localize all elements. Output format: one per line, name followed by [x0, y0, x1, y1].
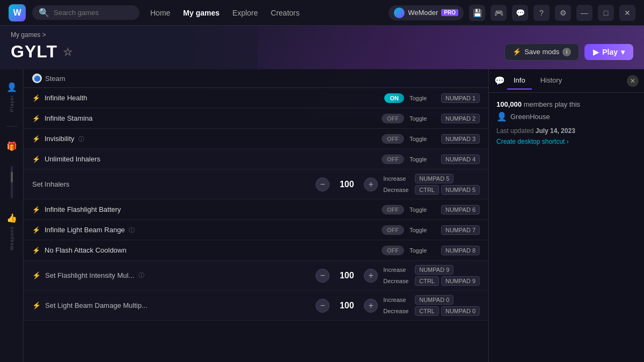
stepper-row-inhalers: Set Inhalers − 100 + Increase NUMPAD 5 D… [24, 169, 488, 200]
tab-info[interactable]: Info [507, 72, 532, 90]
mod-row-invisibility: ⚡ Invisibility ⓘ OFF Toggle NUMPAD 3 [24, 129, 488, 149]
search-input[interactable] [54, 9, 134, 17]
increase-key-lb-damage[interactable]: NUMPAD 0 [415, 295, 453, 305]
panel-tabs: 💬 Info History ✕ [489, 69, 644, 93]
mod-name-flash-cooldown: No Flash Attack Cooldown [45, 246, 382, 254]
increase-key-fl-intensity[interactable]: NUMPAD 9 [415, 265, 453, 275]
settings-icon-btn[interactable]: ⚙ [555, 5, 571, 21]
sidebar-weapons-section[interactable]: 👍 Weapons [4, 209, 20, 254]
decrease-key-lb-damage[interactable]: NUMPAD 0 [441, 306, 480, 316]
decrease-fl-intensity-btn[interactable]: − [316, 269, 330, 283]
keybind-light-range: Toggle NUMPAD 7 [409, 225, 480, 235]
stepper-value-lb-damage: 100 [336, 301, 357, 311]
toggle-stamina[interactable]: OFF [382, 114, 404, 123]
stepper-label-light-beam-damage: ⚡ Set Light Beam Damage Multip... [32, 301, 316, 309]
content-area: 🔵 Steam ⚡ Infinite Health ON Toggle NUMP… [24, 69, 488, 362]
increase-fl-intensity-btn[interactable]: + [364, 269, 378, 283]
toggle-invis[interactable]: OFF [382, 134, 404, 144]
app-logo[interactable]: W [9, 4, 26, 21]
breadcrumb[interactable]: My games > [11, 31, 633, 39]
create-shortcut-link[interactable]: Create desktop shortcut › [496, 138, 636, 145]
nav-my-games[interactable]: My games [183, 9, 219, 17]
members-suffix-text: members play this [524, 100, 580, 108]
search-bar[interactable]: 🔍 [32, 5, 140, 20]
decrease-modifier-inhalers[interactable]: CTRL [415, 185, 439, 195]
maximize-btn[interactable]: □ [598, 5, 614, 21]
key-health[interactable]: NUMPAD 1 [441, 93, 480, 103]
toggle-flashlight[interactable]: OFF [382, 205, 404, 215]
save-icon-btn[interactable]: 💾 [469, 5, 485, 21]
close-btn[interactable]: ✕ [619, 5, 635, 21]
decrease-lb-damage-btn[interactable]: − [316, 299, 330, 313]
toggle-inhalers[interactable]: OFF [382, 154, 404, 164]
play-button[interactable]: ▶ Play ▾ [584, 44, 633, 60]
controller-icon-btn[interactable]: 🎮 [491, 5, 507, 21]
platform-row: 🔵 Steam [24, 69, 488, 88]
decrease-modifier-lb-damage[interactable]: CTRL [415, 306, 439, 316]
decrease-label-inhalers: Decrease [383, 187, 413, 193]
key-flashlight[interactable]: NUMPAD 6 [441, 205, 480, 215]
panel-close-btn[interactable]: ✕ [627, 75, 639, 87]
toggle-action-invis: Toggle [409, 136, 439, 142]
nav-creators[interactable]: Creators [271, 9, 300, 17]
toggle-flash-cooldown[interactable]: OFF [382, 246, 404, 255]
increase-key-inhalers[interactable]: NUMPAD 5 [415, 174, 453, 183]
play-dropdown-icon: ▾ [621, 48, 625, 56]
key-invis[interactable]: NUMPAD 3 [441, 134, 480, 144]
tab-history[interactable]: History [534, 72, 568, 90]
info-icon-invis[interactable]: ⓘ [78, 136, 84, 142]
game-title: GYLT ☆ [11, 42, 73, 62]
panel-chat-icon[interactable]: 💬 [494, 76, 505, 86]
key-light-range[interactable]: NUMPAD 7 [441, 225, 480, 235]
decrease-key-inhalers[interactable]: NUMPAD 5 [441, 185, 480, 195]
player-icon: 👤 [6, 81, 18, 93]
decrease-inhalers-btn[interactable]: − [316, 178, 330, 191]
nav-explore[interactable]: Explore [232, 9, 258, 17]
toggle-light-range[interactable]: OFF [382, 225, 404, 235]
lightning-icon-inhalers: ⚡ [32, 156, 40, 163]
key-flash-cooldown[interactable]: NUMPAD 8 [441, 246, 480, 255]
key-stamina[interactable]: NUMPAD 2 [441, 114, 480, 123]
user-name: WeModer [408, 9, 438, 17]
keybind-inhalers: Toggle NUMPAD 4 [409, 154, 480, 164]
pro-badge: PRO [441, 9, 458, 16]
favorite-star-icon[interactable]: ☆ [63, 46, 73, 58]
last-updated-date-val: July 14, 2023 [536, 127, 575, 135]
keybind-decrease-inhalers: Decrease CTRL NUMPAD 5 [383, 185, 480, 195]
decrease-key-fl-intensity[interactable]: NUMPAD 9 [441, 276, 480, 286]
keybind-col-inhalers: Increase NUMPAD 5 Decrease CTRL NUMPAD 5 [383, 174, 480, 195]
nav-home[interactable]: Home [150, 9, 170, 17]
sidebar-player-section[interactable]: 👤 Player [4, 78, 20, 115]
help-icon-btn[interactable]: ? [533, 5, 550, 21]
lightning-icon-light-range: ⚡ [32, 226, 40, 234]
stepper-label-inhalers: Set Inhalers [32, 180, 316, 188]
steam-icon: 🔵 [32, 73, 42, 83]
mod-name-health: Infinite Health [45, 94, 384, 102]
members-count: 100,000 [496, 100, 522, 108]
info-icon-light-range[interactable]: ⓘ [129, 227, 135, 233]
decrease-label-lb-damage: Decrease [383, 308, 413, 314]
mod-row-no-flash-cooldown: ⚡ No Flash Attack Cooldown OFF Toggle NU… [24, 240, 488, 261]
weapons-label: Weapons [9, 226, 14, 250]
last-updated-label: Last updated [496, 127, 533, 135]
key-inhalers[interactable]: NUMPAD 4 [441, 154, 480, 164]
sidebar-scroll-thumb [11, 172, 13, 182]
info-icon-fl-intensity[interactable]: ⓘ [138, 271, 144, 279]
increase-lb-damage-btn[interactable]: + [364, 299, 378, 313]
keybind-invis: Toggle NUMPAD 3 [409, 134, 480, 144]
increase-inhalers-btn[interactable]: + [364, 178, 378, 191]
mod-row-light-range: ⚡ Infinite Light Beam Range ⓘ OFF Toggle… [24, 220, 488, 240]
decrease-modifier-fl-intensity[interactable]: CTRL [415, 276, 439, 286]
main-layout: 👤 Player 🎁 👍 Weapons 🔵 Steam ⚡ [0, 69, 644, 362]
minimize-btn[interactable]: — [576, 5, 592, 21]
save-mods-button[interactable]: ⚡ Save mods i [504, 43, 579, 61]
discord-icon-btn[interactable]: 💬 [512, 5, 528, 21]
stepper-value-fl-intensity: 100 [336, 271, 357, 280]
author-name: GreenHouse [510, 113, 550, 121]
sidebar-gifts-section[interactable]: 🎁 [4, 137, 20, 156]
right-panel: 💬 Info History ✕ 100,000 members play th… [488, 69, 644, 362]
lightning-icon-health: ⚡ [32, 94, 40, 102]
user-badge[interactable]: WeModer PRO [389, 5, 464, 20]
toggle-action-light-range: Toggle [409, 227, 439, 233]
toggle-health[interactable]: ON [384, 93, 404, 103]
